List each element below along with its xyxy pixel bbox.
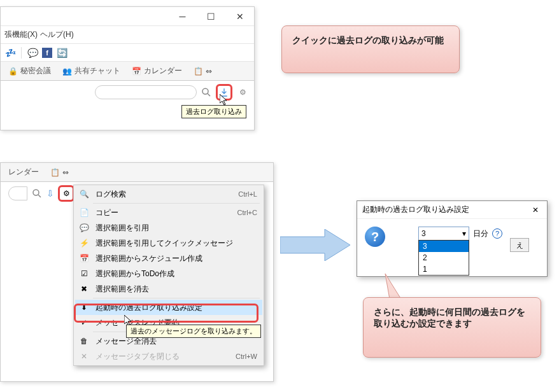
dialog-title-text: 起動時の過去ログ取り込み設定 [362, 204, 469, 215]
menu-todo[interactable]: ☑ 選択範囲からToDo作成 [75, 266, 262, 281]
dialog-titlebar: 起動時の過去ログ取り込み設定 ✕ [357, 201, 547, 219]
days-select[interactable]: 3 ▾ [418, 227, 469, 241]
import-settings-icon: ⬇ [78, 302, 90, 313]
chevron-down-icon: ▾ [462, 229, 466, 238]
select-value: 3 [421, 229, 426, 238]
menu-close-tab: ✕ メッセージタブを閉じる Ctrl+W [75, 349, 262, 364]
svg-line-1 [208, 94, 210, 96]
search-icon[interactable] [201, 87, 212, 98]
search-fragment[interactable] [8, 186, 27, 200]
svg-marker-5 [280, 229, 350, 261]
import-tooltip: 過去ログ取り込み [181, 105, 246, 118]
menu-erase[interactable]: ✖ 選択範囲を消去 [75, 281, 262, 297]
erase-icon: ✖ [78, 283, 90, 295]
titlebar: ─ ☐ ✕ [1, 7, 254, 26]
days-dropdown: 3 2 1 [418, 240, 469, 276]
menu-help[interactable]: ヘルプ(H) [40, 29, 74, 40]
search-icon: 🔍 [78, 188, 90, 200]
startup-import-dialog: 起動時の過去ログ取り込み設定 ✕ ? 3 ▾ 3 2 1 日分 ? え [357, 200, 548, 277]
close-icon: ✕ [78, 351, 90, 362]
lock-icon: 🔒 [8, 67, 18, 76]
menu-label: コピー [96, 207, 232, 218]
menu-label: 起動時の過去ログ取り込み設定 [96, 302, 257, 313]
menu-extensions[interactable]: 張機能(X) [4, 29, 38, 40]
menu-log-search[interactable]: 🔍 ログ検索 Ctrl+L [75, 186, 262, 202]
tab-secret-meeting[interactable]: 🔒 秘密会議 [3, 63, 56, 79]
search-input[interactable] [95, 85, 197, 99]
menu-quote-quick[interactable]: ⚡ 選択範囲を引用してクイックメッセージ [75, 235, 262, 251]
svg-point-3 [33, 190, 39, 195]
quick-message-icon: ⚡ [78, 237, 90, 249]
people-icon: 👥 [62, 67, 72, 76]
context-menu: 🔍 ログ検索 Ctrl+L 📄 コピー Ctrl+C 💬 選択範囲を引用 ⚡ 選… [73, 185, 264, 366]
trash-icon: 🗑 [78, 335, 90, 347]
option-2[interactable]: 2 [419, 252, 469, 263]
flow-arrow [280, 229, 350, 261]
tab-more[interactable]: 📋 ⇔ [188, 64, 217, 78]
ok-button-partial[interactable]: え [510, 238, 529, 252]
settings-icon[interactable]: ⚙ [236, 86, 249, 99]
option-3[interactable]: 3 [419, 241, 469, 252]
menu-label: 選択範囲を消去 [96, 284, 257, 295]
settings-button-highlighted[interactable]: ⚙ [58, 185, 74, 202]
option-1[interactable]: 1 [419, 263, 469, 275]
tab-calendar[interactable]: 📅 カレンダー [127, 63, 187, 79]
maximize-button[interactable]: ☐ [197, 8, 225, 25]
menu-quote[interactable]: 💬 選択範囲を引用 [75, 220, 262, 235]
menu-label: ログ検索 [96, 189, 233, 200]
tab-label: 共有チャット [74, 66, 120, 76]
days-label: 日分 [473, 228, 488, 239]
tab-label: レンダー [8, 167, 39, 178]
import-icon[interactable]: ⇩ [46, 188, 54, 199]
menu-label: 選択範囲を引用してクイックメッセージ [96, 238, 257, 249]
icon-toolbar: 💤 💬 f 🔄 [1, 44, 254, 62]
facebook-icon[interactable]: f [42, 48, 52, 58]
tab-shared-chat[interactable]: 👥 共有チャット [57, 63, 125, 79]
tab-label: カレンダー [144, 66, 182, 76]
tab-bar-2: レンダー 📋 ⇔ [1, 163, 273, 182]
tab-calendar-2[interactable]: レンダー [3, 164, 44, 180]
refresh-icon[interactable]: 🔄 [56, 47, 67, 59]
quote-icon: 💬 [78, 222, 90, 234]
away-icon[interactable]: 💤 [4, 47, 16, 59]
shortcut: Ctrl+C [237, 209, 257, 216]
svg-line-4 [38, 195, 41, 197]
help-icon: ? [365, 227, 385, 247]
svg-point-0 [202, 88, 208, 94]
search-icon[interactable] [31, 188, 43, 199]
resize-handle-icon: ⇔ [62, 168, 69, 177]
menu-copy[interactable]: 📄 コピー Ctrl+C [75, 205, 262, 220]
todo-icon: ☑ [78, 268, 90, 279]
svg-marker-6 [385, 274, 401, 299]
menu-tooltip: 過去のメッセージログを取り込みます。 [126, 325, 261, 338]
menu-label: メッセージタブを閉じる [96, 351, 230, 362]
menu-schedule[interactable]: 📅 選択範囲からスケジュール作成 [75, 251, 262, 266]
check-icon: ✓ [78, 317, 90, 328]
help-small-icon[interactable]: ? [492, 228, 502, 239]
days-select-wrapper: 3 ▾ 3 2 1 [418, 227, 469, 241]
calendar-icon: 📅 [132, 67, 141, 76]
menu-startup-import-settings[interactable]: ⬇ 起動時の過去ログ取り込み設定 [75, 300, 262, 315]
import-log-button[interactable] [216, 84, 232, 101]
close-button[interactable]: ✕ [225, 8, 254, 25]
resize-handle-icon: ⇔ [206, 67, 212, 76]
minimize-button[interactable]: ─ [168, 8, 197, 25]
shortcut: Ctrl+W [236, 353, 257, 360]
callout-startup-days: さらに、起動時に何日間の過去ログを取り込むか設定できます [363, 297, 541, 358]
shortcut: Ctrl+L [238, 190, 257, 198]
menu-label: 選択範囲からToDo作成 [96, 269, 257, 279]
copy-icon: 📄 [78, 207, 90, 218]
menu-label: 選択範囲を引用 [96, 223, 257, 234]
message-icon[interactable]: 💬 [27, 47, 38, 59]
note-icon: 📋 [50, 168, 60, 177]
tab-bar: 🔒 秘密会議 👥 共有チャット 📅 カレンダー 📋 ⇔ [1, 62, 254, 81]
menubar: 張機能(X) ヘルプ(H) [1, 26, 254, 44]
tab-more-2[interactable]: 📋 ⇔ [45, 165, 74, 179]
calendar-icon: 📅 [78, 253, 90, 264]
dialog-close-button[interactable]: ✕ [529, 204, 542, 216]
callout-quick-import: クイックに過去ログの取り込みが可能 [281, 25, 460, 73]
search-toolbar: ⚙ [1, 81, 254, 104]
note-icon: 📋 [194, 67, 203, 76]
tab-label: 秘密会議 [20, 66, 51, 76]
gear-icon: ⚙ [63, 189, 70, 198]
